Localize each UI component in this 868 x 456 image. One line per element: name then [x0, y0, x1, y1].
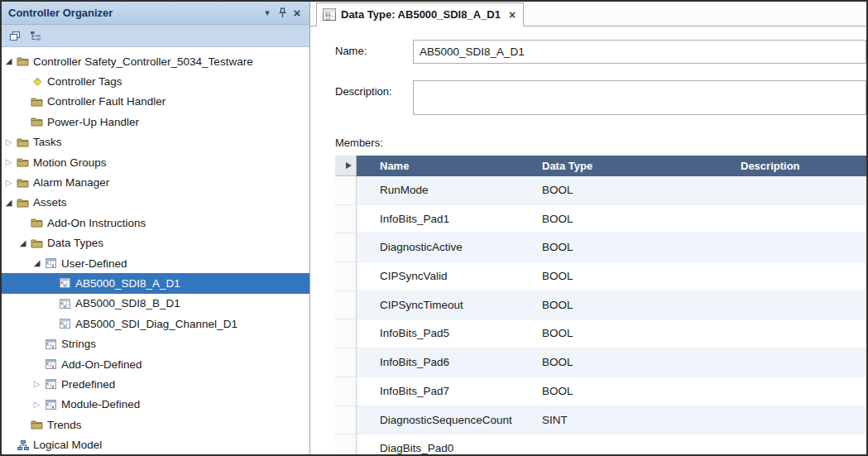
member-name-cell[interactable]: InfoBits_Pad1 [357, 205, 535, 234]
tree-item-add-on-defined[interactable]: Add-On-Defined [2, 354, 309, 374]
row-selector[interactable] [335, 377, 357, 406]
tree-item-label: Add-On Instructions [47, 217, 151, 229]
tree-item-ab5000-sdi8-b-d1[interactable]: AB5000_SDI8_B_D1 [2, 294, 309, 314]
tree-item-strings[interactable]: Strings [2, 334, 309, 353]
tree-item-ab5000-sdi-diag-channel-d1[interactable]: AB5000_SDI_Diag_Channel_D1 [2, 314, 309, 334]
name-input[interactable] [413, 40, 866, 64]
tree-item-module-defined[interactable]: ▷Module-Defined [2, 395, 309, 415]
member-row-cipsynctimeout[interactable]: CIPSyncTimeoutBOOL [335, 291, 866, 320]
member-row-diagnosticsequencecount[interactable]: DiagnosticSequenceCountSINT [335, 406, 866, 435]
member-name-cell[interactable]: InfoBits_Pad7 [357, 377, 535, 406]
row-selector[interactable] [335, 262, 357, 291]
member-name-cell[interactable]: InfoBits_Pad5 [357, 319, 535, 348]
member-row-infobits-pad6[interactable]: InfoBits_Pad6BOOL [335, 348, 866, 377]
member-row-infobits-pad5[interactable]: InfoBits_Pad5BOOL [335, 319, 866, 348]
column-header-name[interactable]: Name [357, 156, 535, 176]
member-row-diagbits-pad0[interactable]: DiagBits_Pad0 [335, 434, 866, 454]
controller-organizer-tree: ◢Controller Safety_Controller_5034_Testw… [2, 47, 309, 454]
row-selector[interactable] [335, 319, 357, 348]
organizer-view-button[interactable] [26, 27, 45, 45]
collapsed-arrow-icon[interactable]: ▷ [31, 401, 42, 409]
member-data-type-cell[interactable]: BOOL [535, 262, 734, 291]
collapsed-arrow-icon[interactable]: ▷ [3, 158, 14, 166]
tree-item-logical-model[interactable]: Logical Model [2, 434, 309, 454]
member-data-type-cell[interactable]: SINT [535, 406, 734, 435]
member-name-cell[interactable]: DiagnosticActive [357, 233, 535, 262]
row-selector[interactable] [335, 176, 357, 205]
controller-organizer-panel: Controller Organizer ▾ × ◢Controller Saf… [2, 2, 310, 454]
tree-item-predefined[interactable]: ▷Predefined [2, 374, 309, 394]
member-data-type-cell[interactable]: BOOL [535, 377, 734, 406]
tree-item-tasks[interactable]: ▷Tasks [2, 132, 309, 152]
member-description-cell[interactable] [734, 319, 866, 348]
tree-item-label: Motion Groups [33, 156, 112, 169]
member-name-cell[interactable]: InfoBits_Pad6 [357, 348, 535, 377]
member-name-cell[interactable]: CIPSyncValid [357, 262, 535, 291]
panel-menu-button[interactable]: ▾ [260, 6, 275, 21]
expanded-arrow-icon[interactable]: ◢ [31, 259, 42, 267]
tree-item-data-types[interactable]: ◢Data Types [2, 233, 309, 253]
member-row-cipsyncvalid[interactable]: CIPSyncValidBOOL [335, 262, 866, 291]
collapsed-arrow-icon[interactable]: ▷ [31, 380, 42, 388]
member-description-cell[interactable] [734, 406, 866, 435]
expanded-arrow-icon[interactable]: ◢ [3, 199, 14, 207]
member-description-cell[interactable] [734, 262, 866, 291]
member-row-infobits-pad1[interactable]: InfoBits_Pad1BOOL [335, 205, 866, 234]
member-row-infobits-pad7[interactable]: InfoBits_Pad7BOOL [335, 377, 866, 406]
member-data-type-cell[interactable]: BOOL [535, 233, 734, 262]
expanded-arrow-icon[interactable]: ◢ [3, 57, 14, 65]
tree-item-user-defined[interactable]: ◢User-Defined [2, 253, 309, 273]
tree-item-assets[interactable]: ◢Assets [2, 193, 309, 213]
member-name-cell[interactable]: DiagnosticSequenceCount [357, 406, 535, 435]
tree-item-power-up-handler[interactable]: Power-Up Handler [2, 112, 309, 132]
member-description-cell[interactable] [734, 377, 866, 406]
member-description-cell[interactable] [734, 348, 866, 377]
member-description-cell[interactable] [734, 291, 866, 320]
member-data-type-cell[interactable] [535, 434, 734, 454]
panel-pin-button[interactable] [275, 6, 290, 21]
tree-item-alarm-manager[interactable]: ▷Alarm Manager [2, 172, 309, 192]
member-row-diagnosticactive[interactable]: DiagnosticActiveBOOL [335, 233, 866, 262]
member-data-type-cell[interactable]: BOOL [535, 205, 734, 234]
row-selector[interactable] [335, 233, 357, 262]
description-input[interactable] [413, 80, 866, 115]
collapsed-arrow-icon[interactable]: ▷ [3, 138, 14, 146]
member-data-type-cell[interactable]: BOOL [535, 319, 734, 348]
member-description-cell[interactable] [734, 434, 866, 454]
datatype-icon [58, 278, 72, 288]
tree-item-trends[interactable]: Trends [2, 415, 309, 434]
member-description-cell[interactable] [734, 205, 866, 234]
tree-item-motion-groups[interactable]: ▷Motion Groups [2, 152, 309, 172]
member-description-cell[interactable] [734, 176, 866, 205]
row-selector[interactable] [335, 291, 357, 320]
tree-item-ab5000-sdi8-a-d1[interactable]: AB5000_SDI8_A_D1 [2, 273, 309, 293]
member-name-cell[interactable]: RunMode [357, 176, 535, 205]
member-data-type-cell[interactable]: BOOL [535, 176, 734, 205]
tree-item-controller-tags[interactable]: Controller Tags [2, 71, 309, 91]
tree-item-label: Trends [47, 419, 87, 431]
member-name-cell[interactable]: CIPSyncTimeout [357, 291, 535, 320]
row-selector-header[interactable] [335, 156, 357, 176]
row-selector[interactable] [335, 348, 357, 377]
row-selector[interactable] [335, 434, 357, 454]
tree-item-controller-safety-controller-5034-testware[interactable]: ◢Controller Safety_Controller_5034_Testw… [2, 51, 309, 71]
member-data-type-cell[interactable]: BOOL [535, 348, 734, 377]
member-name-cell[interactable]: DiagBits_Pad0 [357, 434, 535, 454]
column-header-description[interactable]: Description [734, 156, 866, 176]
description-row: Description: [335, 80, 866, 115]
panel-close-button[interactable]: × [290, 6, 305, 21]
row-selector[interactable] [335, 205, 357, 234]
member-data-type-cell[interactable]: BOOL [535, 291, 734, 320]
column-header-data-type[interactable]: Data Type [535, 156, 734, 176]
expanded-arrow-icon[interactable]: ◢ [17, 239, 28, 247]
tree-item-add-on-instructions[interactable]: Add-On Instructions [2, 213, 309, 233]
row-selector[interactable] [335, 406, 357, 435]
collapsed-arrow-icon[interactable]: ▷ [3, 179, 14, 187]
member-description-cell[interactable] [734, 233, 866, 262]
collapse-windows-button[interactable] [6, 27, 24, 45]
tree-item-controller-fault-handler[interactable]: Controller Fault Handler [2, 92, 309, 112]
tab-close-icon[interactable]: × [509, 9, 516, 21]
member-row-runmode[interactable]: RunModeBOOL [335, 176, 866, 205]
folder-icon [16, 198, 30, 208]
tab-data-type[interactable]: 0110 Data Type: AB5000_SDI8_A_D1 × [316, 2, 524, 26]
